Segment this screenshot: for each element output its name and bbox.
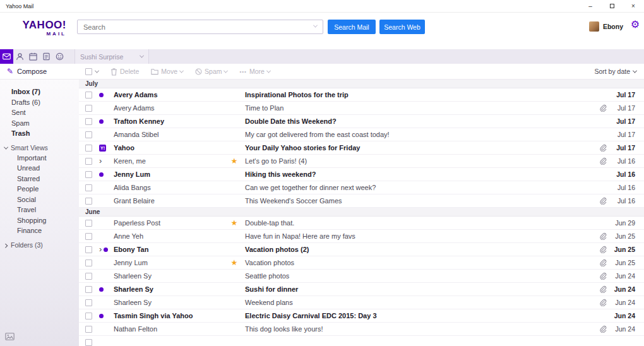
email-row[interactable]: › Y! Avery Adams ★ Time to Plan Jul 17: [79, 102, 644, 115]
email-row[interactable]: › Y! Amanda Stibel ★ My car got delivere…: [79, 128, 644, 141]
email-row[interactable]: › Y! Sharleen Sy ★ Sushi for dinner Jun …: [79, 283, 644, 296]
email-subject[interactable]: This dog looks like yours!: [240, 325, 597, 333]
compose-button[interactable]: ✎ Compose: [0, 67, 79, 76]
email-row[interactable]: › Y! Avery Adams ★ Inspirational Photos …: [79, 88, 644, 102]
email-checkbox[interactable]: [85, 145, 92, 152]
star-icon[interactable]: ★: [229, 157, 240, 165]
email-subject[interactable]: Inspirational Photos for the trip: [240, 91, 597, 98]
email-checkbox[interactable]: [85, 313, 92, 319]
email-subject[interactable]: My car got delivered from the east coast…: [240, 131, 597, 138]
minimize-button[interactable]: –: [580, 0, 601, 13]
email-subject[interactable]: Time to Plan: [240, 104, 597, 112]
smart-views-section[interactable]: Smart Views: [0, 143, 79, 153]
email-subject[interactable]: Can we get together for dinner next week…: [240, 184, 597, 191]
email-checkbox[interactable]: [85, 299, 92, 306]
email-row[interactable]: › Y! Paperless Post ★ Double-tap that. J…: [79, 217, 644, 230]
star-icon[interactable]: ★: [229, 259, 240, 266]
sidebar-item-unread[interactable]: Unread: [0, 163, 79, 174]
email-row[interactable]: › Y! Nathan Felton ★ This dog looks like…: [79, 323, 644, 336]
notepad-tab[interactable]: [40, 49, 53, 64]
email-row[interactable]: › Y! Trafton Kenney ★ Double Date this W…: [79, 115, 644, 128]
email-checkbox[interactable]: [85, 105, 92, 112]
tab-chevron-down-icon[interactable]: [140, 54, 144, 58]
sidebar-item-starred[interactable]: Starred: [0, 174, 79, 184]
email-subject[interactable]: Electric Daisy Carnival EDC 2015: Day 3: [240, 312, 597, 319]
email-checkbox[interactable]: [85, 339, 92, 346]
email-checkbox[interactable]: [85, 260, 92, 266]
search-mail-button[interactable]: Search Mail: [328, 20, 376, 34]
contacts-tab[interactable]: [13, 49, 27, 64]
email-row[interactable]: › Y! Keren, me ★ Let's go to Paris! (4) …: [79, 155, 644, 168]
search-web-button[interactable]: Search Web: [379, 20, 425, 34]
move-button[interactable]: Move: [151, 68, 183, 75]
close-button[interactable]: ×: [623, 0, 644, 13]
more-button[interactable]: ••• More: [239, 68, 270, 75]
email-subject[interactable]: Double Date this Weekend?: [240, 117, 597, 125]
sidebar-item-shopping[interactable]: Shopping: [0, 215, 79, 226]
sidebar-item-sent[interactable]: Sent: [0, 107, 79, 118]
email-subject[interactable]: Let's go to Paris! (4): [240, 157, 597, 165]
select-all-control[interactable]: [85, 68, 98, 75]
sidebar-item-spam[interactable]: Spam: [0, 118, 79, 129]
messenger-tab[interactable]: [53, 49, 66, 64]
sidebar-item-finance[interactable]: Finance: [0, 225, 79, 236]
email-row[interactable]: › Y! Ebony Tan ★ Vacation photos (2) Jun…: [79, 243, 644, 256]
photos-widget-button[interactable]: [5, 331, 15, 343]
expand-arrow-icon[interactable]: ›: [99, 246, 102, 253]
email-row[interactable]: › Y! Yahoo ★ Your Daily Yahoo stories fo…: [79, 141, 644, 155]
email-checkbox[interactable]: [85, 198, 92, 205]
email-row[interactable]: › Y! Tasmin Singh via Yahoo ★ Electric D…: [79, 309, 644, 323]
tab-sushi-surprise[interactable]: Sushi Surprise: [75, 49, 149, 64]
delete-button[interactable]: Delete: [110, 68, 139, 76]
maximize-button[interactable]: [601, 0, 623, 13]
sidebar-item-social[interactable]: Social: [0, 194, 79, 205]
folders-section[interactable]: Folders (3): [0, 241, 79, 250]
sidebar-item-people[interactable]: People: [0, 184, 79, 194]
email-subject[interactable]: Your Daily Yahoo stories for Friday: [240, 144, 597, 152]
email-checkbox[interactable]: [85, 246, 92, 253]
email-checkbox[interactable]: [85, 184, 92, 191]
email-subject[interactable]: Seattle photos: [240, 272, 597, 280]
email-checkbox[interactable]: [85, 233, 92, 240]
email-subject[interactable]: Have fun in Napa! Here are my favs: [240, 232, 597, 240]
email-checkbox[interactable]: [85, 220, 92, 227]
email-checkbox[interactable]: [85, 131, 92, 138]
email-subject[interactable]: Vacation photos: [240, 259, 597, 266]
email-row[interactable]: › Y! Jenny Lum ★ Hiking this weekend? Ju…: [79, 168, 644, 181]
email-row[interactable]: › Y! Sharleen Sy ★ Seattle photos Jun 24: [79, 270, 644, 283]
email-checkbox[interactable]: [85, 273, 92, 280]
yahoo-mail-logo[interactable]: YAHOO! MAIL: [21, 20, 66, 37]
email-row[interactable]: › Y! Jenny Lum ★ Vacation photos Jun 25: [79, 256, 644, 270]
email-checkbox[interactable]: [85, 92, 92, 98]
email-subject[interactable]: Hiking this weekend?: [240, 170, 597, 178]
select-chevron-down-icon[interactable]: [95, 68, 99, 73]
mail-tab[interactable]: [0, 49, 13, 64]
email-row[interactable]: › Y! Anne Yeh ★ Have fun in Napa! Here a…: [79, 230, 644, 243]
email-subject[interactable]: Weekend plans: [240, 299, 597, 306]
sidebar-item-drafts[interactable]: Drafts (6): [0, 97, 79, 108]
email-checkbox[interactable]: [85, 158, 92, 165]
email-checkbox[interactable]: [85, 286, 92, 293]
email-row[interactable]: › Y! ★: [79, 336, 644, 346]
sort-by-date-button[interactable]: Sort by date: [594, 68, 636, 75]
email-row[interactable]: › Y! Alida Bangs ★ Can we get together f…: [79, 181, 644, 194]
email-checkbox[interactable]: [85, 171, 92, 178]
email-checkbox[interactable]: [85, 118, 92, 125]
email-subject[interactable]: This Weekend's Soccer Games: [240, 197, 597, 205]
email-subject[interactable]: Vacation photos (2): [240, 246, 597, 253]
star-icon[interactable]: ★: [229, 219, 240, 227]
expand-arrow-icon[interactable]: ›: [99, 158, 102, 164]
email-subject[interactable]: Sushi for dinner: [240, 285, 597, 293]
email-row[interactable]: › Y! Sharleen Sy ★ Weekend plans Jun 24: [79, 296, 644, 309]
settings-gear-icon[interactable]: ⚙: [631, 20, 640, 30]
email-row[interactable]: › Y! Grant Belaire ★ This Weekend's Socc…: [79, 194, 644, 208]
email-checkbox[interactable]: [85, 326, 92, 333]
select-all-checkbox[interactable]: [85, 68, 92, 75]
sidebar-item-travel[interactable]: Travel: [0, 205, 79, 215]
search-input[interactable]: [77, 20, 323, 34]
email-subject[interactable]: Double-tap that.: [240, 219, 597, 227]
spam-button[interactable]: Spam: [195, 68, 227, 75]
calendar-tab[interactable]: [27, 49, 40, 64]
sidebar-item-trash[interactable]: Trash: [0, 128, 79, 139]
user-account[interactable]: Ebony: [589, 21, 623, 32]
